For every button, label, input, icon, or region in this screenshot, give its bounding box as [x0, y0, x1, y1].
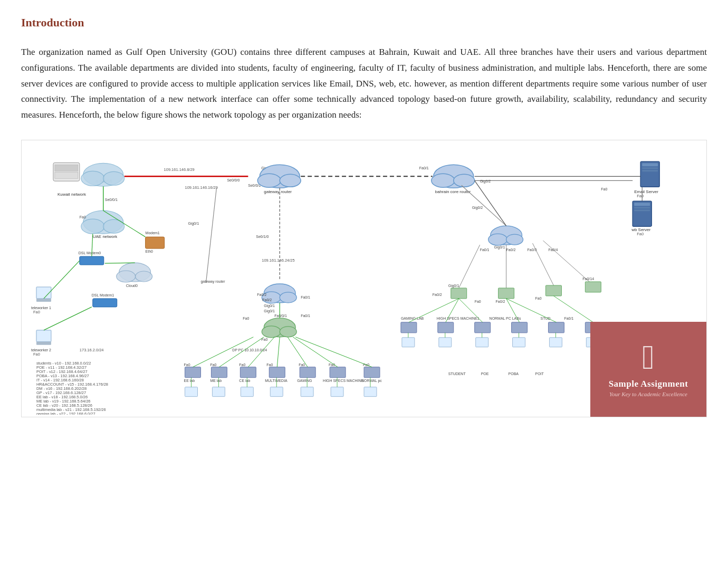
svg-text:DSL Modem0: DSL Modem0: [79, 251, 101, 255]
svg-rect-27: [642, 163, 658, 166]
svg-text:109.161.146.16/29: 109.161.146.16/29: [185, 185, 218, 190]
svg-text:Fa0: Fa0: [601, 187, 607, 191]
svg-text:EE lab: EE lab: [184, 378, 195, 382]
svg-point-73: [280, 292, 296, 303]
svg-text:Gig0/1: Gig0/1: [264, 304, 275, 308]
svg-rect-145: [585, 282, 601, 292]
svg-text:bahrain core router: bahrain core router: [435, 189, 471, 194]
svg-line-66: [206, 188, 216, 283]
svg-text:Fa0: Fa0: [637, 194, 644, 198]
svg-text:Se0/0/0: Se0/0/0: [227, 178, 240, 182]
svg-text:Fa0/2: Fa0/2: [496, 300, 505, 303]
svg-line-193: [475, 180, 506, 226]
svg-text:Fa0: Fa0: [475, 300, 481, 303]
svg-text:MULTIMEDIA: MULTIMEDIA: [265, 378, 288, 382]
svg-text:Se0/1/0: Se0/1/0: [256, 235, 269, 238]
svg-rect-160: [548, 322, 564, 333]
svg-text:HIGH SPECS MACHINE: HIGH SPECS MACHINE: [323, 378, 363, 382]
svg-text:Fa0/2: Fa0/2: [506, 248, 516, 252]
svg-text:Fa0: Fa0: [266, 362, 273, 366]
svg-text:CE lab: CE lab: [239, 378, 250, 382]
svg-text:Fa0/2: Fa0/2: [257, 293, 266, 296]
svg-text:Modem1: Modem1: [146, 231, 160, 235]
svg-text:Fa0: Fa0: [184, 362, 190, 366]
svg-point-19: [257, 174, 281, 187]
svg-text:Fa0: Fa0: [210, 362, 216, 366]
svg-rect-159: [512, 322, 528, 333]
svg-text:Gig0/2: Gig0/2: [480, 179, 491, 184]
svg-rect-85: [185, 367, 201, 377]
svg-text:Fa0: Fa0: [33, 352, 40, 357]
svg-rect-52: [36, 299, 51, 302]
svg-point-34: [81, 219, 104, 234]
svg-rect-94: [269, 367, 285, 377]
svg-point-24: [454, 174, 475, 187]
svg-text:GAMING LAB: GAMING LAB: [401, 317, 424, 320]
svg-rect-169: [439, 338, 452, 347]
svg-text:Fa0/1: Fa0/1: [419, 166, 429, 170]
svg-text:Fa0/4: Fa0/4: [548, 248, 558, 252]
page-title: Introduction: [21, 16, 707, 30]
svg-point-47: [136, 271, 152, 282]
svg-text:Gig0/1: Gig0/1: [494, 245, 505, 250]
intro-paragraph: The organization named as Gulf Open Univ…: [21, 44, 707, 123]
svg-rect-91: [240, 367, 256, 377]
svg-text:Fa0/1: Fa0/1: [301, 314, 310, 318]
watermark-logo: 𓅬: [642, 341, 654, 375]
svg-text:Fa0/1: Fa0/1: [564, 317, 573, 320]
svg-line-64: [44, 307, 92, 330]
svg-rect-158: [475, 322, 491, 333]
svg-text:Fa0: Fa0: [80, 215, 86, 219]
svg-rect-172: [549, 338, 562, 347]
svg-text:Fa0/1: Fa0/1: [480, 248, 490, 252]
svg-rect-40: [146, 237, 165, 248]
svg-text:GAMING: GAMING: [297, 378, 312, 382]
svg-text:gaming lab - v22 - 192.168.6.0: gaming lab - v22 - 192.168.6.0/27: [36, 411, 95, 414]
svg-text:Fa0/2: Fa0/2: [262, 298, 272, 302]
svg-line-109: [277, 337, 280, 367]
svg-text:HIGH SPECS MACHINE1: HIGH SPECS MACHINE1: [437, 317, 480, 320]
svg-rect-144: [545, 285, 561, 296]
svg-text:gateway router: gateway router: [200, 280, 225, 284]
svg-rect-13: [55, 172, 78, 178]
svg-line-133: [459, 245, 480, 288]
svg-rect-116: [270, 387, 283, 396]
svg-text:Gig0/1: Gig0/1: [264, 309, 275, 313]
svg-rect-28: [642, 167, 658, 169]
svg-text:Fa0: Fa0: [299, 362, 305, 366]
svg-text:Fa0/2: Fa0/2: [433, 293, 442, 296]
svg-text:UAE network: UAE network: [93, 234, 118, 239]
svg-text:Fa0: Fa0: [637, 232, 644, 236]
svg-rect-156: [401, 322, 417, 333]
svg-rect-103: [364, 367, 380, 377]
svg-text:Cloud0: Cloud0: [126, 284, 138, 288]
svg-text:Gig0/1: Gig0/1: [188, 222, 199, 226]
svg-rect-119: [364, 387, 377, 396]
svg-text:Gig0/2: Gig0/2: [472, 206, 483, 210]
svg-rect-157: [438, 322, 454, 333]
svg-text:109.161.146.24/25: 109.161.146.24/25: [262, 258, 294, 263]
svg-text:Fa0/0/1: Fa0/0/1: [274, 314, 287, 318]
svg-rect-141: [451, 288, 467, 299]
svg-point-46: [117, 271, 136, 282]
svg-rect-117: [301, 387, 313, 396]
svg-text:POBA: POBA: [509, 371, 519, 375]
svg-rect-186: [634, 203, 650, 206]
svg-rect-113: [185, 387, 198, 396]
svg-point-128: [488, 234, 507, 245]
svg-rect-49: [93, 299, 117, 307]
svg-line-136: [543, 241, 590, 283]
svg-rect-88: [211, 367, 227, 377]
diagram-inner: 109.161.146.8/29 ⊙ Se0/0/0 Se0/0/0 Se0/0…: [22, 140, 706, 417]
svg-rect-170: [476, 338, 488, 347]
svg-rect-29: [642, 170, 658, 171]
svg-rect-12: [55, 165, 78, 171]
svg-rect-55: [36, 330, 51, 342]
svg-rect-188: [634, 209, 650, 211]
network-diagram: 109.161.146.8/29 ⊙ Se0/0/0 Se0/0/0 Se0/0…: [21, 140, 707, 417]
svg-text:STUDENT: STUDENT: [448, 371, 466, 375]
svg-point-17: [103, 171, 124, 185]
svg-text:Fa0/3: Fa0/3: [528, 248, 537, 252]
svg-text:Gig0/1: Gig0/1: [448, 284, 459, 288]
svg-text:POE: POE: [481, 371, 489, 375]
